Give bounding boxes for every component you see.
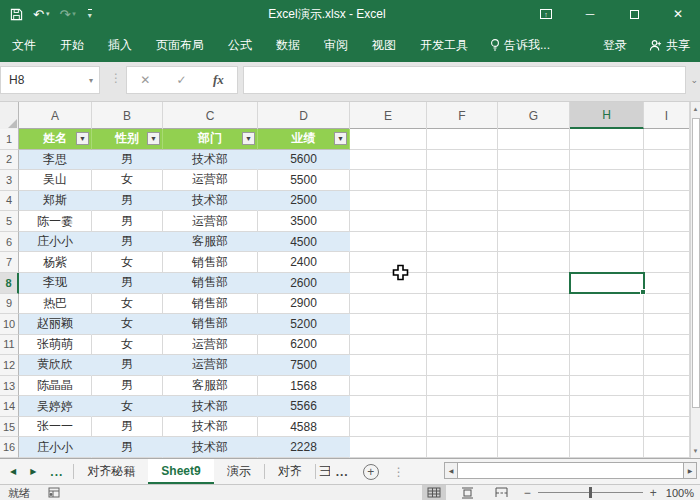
undo-button[interactable]: ↶▾ xyxy=(33,7,49,22)
row-header-10[interactable]: 10 xyxy=(0,314,19,335)
cell-H2[interactable] xyxy=(570,150,644,171)
cell-I6[interactable] xyxy=(644,232,690,253)
row-header-9[interactable]: 9 xyxy=(0,294,19,315)
sheet-nav-more[interactable]: ... xyxy=(50,465,63,479)
sheet-overflow-dots[interactable]: ... xyxy=(330,459,355,484)
redo-button[interactable]: ↷▾ xyxy=(59,7,75,22)
cell-C16[interactable]: 技术部 xyxy=(163,437,258,458)
cell-I8[interactable] xyxy=(644,273,690,294)
row-header-7[interactable]: 7 xyxy=(0,252,19,273)
cell-B3[interactable]: 女 xyxy=(92,170,163,191)
cell-A3[interactable]: 吴山 xyxy=(19,170,92,191)
cell-I14[interactable] xyxy=(644,396,690,417)
cell-D3[interactable]: 5500 xyxy=(258,170,350,191)
cell-I15[interactable] xyxy=(644,417,690,438)
name-box[interactable]: H8 ▾ xyxy=(0,66,100,94)
zoom-in-button[interactable]: + xyxy=(650,488,657,498)
cell-G7[interactable] xyxy=(498,252,570,273)
row-header-11[interactable]: 11 xyxy=(0,335,19,356)
cell-B4[interactable]: 男 xyxy=(92,191,163,212)
cell-D10[interactable]: 5200 xyxy=(258,314,350,335)
vertical-scroll-thumb[interactable] xyxy=(692,118,700,408)
ribbon-display-options-button[interactable]: ↑ xyxy=(524,0,568,28)
cell-C10[interactable]: 销售部 xyxy=(163,314,258,335)
row-header-8[interactable]: 8 xyxy=(0,273,19,294)
cell-F8[interactable] xyxy=(427,273,498,294)
cell-G2[interactable] xyxy=(498,150,570,171)
cell-G6[interactable] xyxy=(498,232,570,253)
cell-B8[interactable]: 男 xyxy=(92,273,163,294)
cell-G11[interactable] xyxy=(498,335,570,356)
cell-B9[interactable]: 女 xyxy=(92,294,163,315)
formula-bar-expand-icon[interactable]: ⌄ xyxy=(690,75,698,85)
sheet-bar-menu-icon[interactable]: ⋮ xyxy=(387,459,411,484)
cell-G14[interactable] xyxy=(498,396,570,417)
cell-H10[interactable] xyxy=(570,314,644,335)
vertical-scrollbar[interactable]: ▲ ▼ xyxy=(690,102,700,458)
cell-E16[interactable] xyxy=(350,437,427,458)
row-header-1[interactable]: 1 xyxy=(0,129,19,150)
cell-E11[interactable] xyxy=(350,335,427,356)
cell-C1[interactable]: 部门▼ xyxy=(163,129,258,150)
insert-function-icon[interactable]: fx xyxy=(213,72,224,88)
cell-H8[interactable] xyxy=(570,273,644,294)
scroll-left-icon[interactable]: ◀ xyxy=(444,462,458,479)
cell-B6[interactable]: 男 xyxy=(92,232,163,253)
cell-H5[interactable] xyxy=(570,211,644,232)
page-break-view-button[interactable] xyxy=(490,485,514,500)
zoom-out-button[interactable]: − xyxy=(524,488,531,498)
column-header-F[interactable]: F xyxy=(427,102,498,129)
ribbon-tab-review[interactable]: 审阅 xyxy=(312,28,360,62)
cell-A10[interactable]: 赵丽颖 xyxy=(19,314,92,335)
next-sheet-icon[interactable]: ▶ xyxy=(30,467,36,476)
macro-record-icon[interactable] xyxy=(48,487,60,500)
enter-formula-icon[interactable]: ✓ xyxy=(177,73,187,87)
filter-dropdown-icon[interactable]: ▼ xyxy=(76,132,89,145)
column-header-G[interactable]: G xyxy=(498,102,570,129)
cell-C2[interactable]: 技术部 xyxy=(163,150,258,171)
cell-E6[interactable] xyxy=(350,232,427,253)
cancel-formula-icon[interactable]: ✕ xyxy=(140,73,150,87)
prev-sheet-icon[interactable]: ◀ xyxy=(10,467,16,476)
cell-E5[interactable] xyxy=(350,211,427,232)
cell-F12[interactable] xyxy=(427,355,498,376)
cell-H6[interactable] xyxy=(570,232,644,253)
close-button[interactable]: ✕ xyxy=(656,0,700,28)
cell-C12[interactable]: 运营部 xyxy=(163,355,258,376)
cell-I11[interactable] xyxy=(644,335,690,356)
cell-C9[interactable]: 销售部 xyxy=(163,294,258,315)
cell-A2[interactable]: 李思 xyxy=(19,150,92,171)
cell-A8[interactable]: 李现 xyxy=(19,273,92,294)
cell-H3[interactable] xyxy=(570,170,644,191)
ribbon-tab-data[interactable]: 数据 xyxy=(264,28,312,62)
column-header-B[interactable]: B xyxy=(92,102,163,129)
cell-B5[interactable]: 男 xyxy=(92,211,163,232)
minimize-button[interactable]: ─ xyxy=(568,0,612,28)
cell-A6[interactable]: 庄小小 xyxy=(19,232,92,253)
row-header-4[interactable]: 4 xyxy=(0,191,19,212)
cell-B16[interactable]: 男 xyxy=(92,437,163,458)
cell-A5[interactable]: 陈一霎 xyxy=(19,211,92,232)
row-header-5[interactable]: 5 xyxy=(0,211,19,232)
cell-A4[interactable]: 郑斯 xyxy=(19,191,92,212)
filter-dropdown-icon[interactable]: ▼ xyxy=(242,132,255,145)
cell-D5[interactable]: 3500 xyxy=(258,211,350,232)
cell-E15[interactable] xyxy=(350,417,427,438)
cell-D14[interactable]: 5566 xyxy=(258,396,350,417)
cell-G15[interactable] xyxy=(498,417,570,438)
sheet-tab-彐[interactable]: 彐 xyxy=(316,459,330,484)
row-header-16[interactable]: 16 xyxy=(0,437,19,458)
cell-F6[interactable] xyxy=(427,232,498,253)
cell-B1[interactable]: 性别▼ xyxy=(92,129,163,150)
cell-A12[interactable]: 黄欣欣 xyxy=(19,355,92,376)
cell-G12[interactable] xyxy=(498,355,570,376)
cell-F11[interactable] xyxy=(427,335,498,356)
cell-E14[interactable] xyxy=(350,396,427,417)
scroll-up-icon[interactable]: ▲ xyxy=(693,102,699,116)
scroll-down-icon[interactable]: ▼ xyxy=(693,444,699,458)
cell-D15[interactable]: 4588 xyxy=(258,417,350,438)
cell-F7[interactable] xyxy=(427,252,498,273)
row-header-15[interactable]: 15 xyxy=(0,417,19,438)
cell-H7[interactable] xyxy=(570,252,644,273)
cell-C6[interactable]: 客服部 xyxy=(163,232,258,253)
